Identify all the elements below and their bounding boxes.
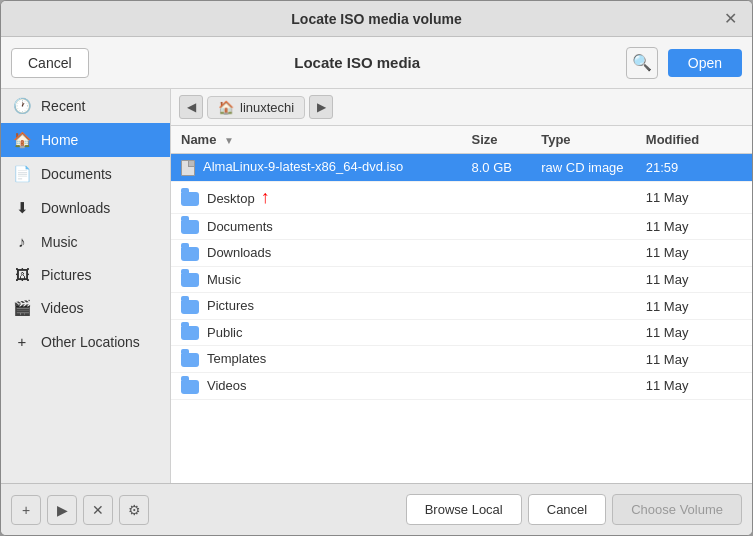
folder-img-icon: [181, 273, 199, 287]
file-modified-cell: 11 May: [636, 293, 752, 320]
file-size-cell: [462, 319, 532, 346]
file-modified-cell: 11 May: [636, 240, 752, 267]
file-type-cell: raw CD image: [531, 154, 636, 182]
titlebar: Locate ISO media volume ✕: [1, 1, 752, 37]
back-button[interactable]: ◀: [179, 95, 203, 119]
table-row[interactable]: AlmaLinux-9-latest-x86_64-dvd.iso8.0 GBr…: [171, 154, 752, 182]
folder-icon: [181, 219, 199, 234]
table-row[interactable]: Videos11 May: [171, 372, 752, 399]
videos-icon: 🎬: [13, 299, 31, 317]
file-name: Public: [207, 325, 242, 340]
location-folder-name: linuxtechi: [240, 100, 294, 115]
sidebar-item-music[interactable]: ♪ Music: [1, 225, 170, 258]
table-row[interactable]: Public11 May: [171, 319, 752, 346]
file-name-cell: Templates: [171, 346, 462, 373]
folder-img-icon: [181, 192, 199, 206]
downloads-icon: ⬇: [13, 199, 31, 217]
file-modified-cell: 21:59: [636, 154, 752, 182]
window-title: Locate ISO media volume: [291, 11, 461, 27]
table-header-row: Name ▼ Size Type Modified: [171, 126, 752, 154]
sidebar-item-home[interactable]: 🏠 Home: [1, 123, 170, 157]
open-button[interactable]: Open: [668, 49, 742, 77]
close-button[interactable]: ✕: [83, 495, 113, 525]
file-size-cell: [462, 346, 532, 373]
browse-local-button[interactable]: Browse Local: [406, 494, 522, 525]
file-name: Pictures: [207, 298, 254, 313]
file-modified-cell: 11 May: [636, 266, 752, 293]
file-size-cell: [462, 181, 532, 213]
cancel-button[interactable]: Cancel: [528, 494, 606, 525]
file-type-cell: [531, 293, 636, 320]
sidebar-item-pictures[interactable]: 🖼 Pictures: [1, 258, 170, 291]
other-locations-icon: +: [13, 333, 31, 350]
music-icon: ♪: [13, 233, 31, 250]
bottom-bar: + ▶ ✕ ⚙ Browse Local Cancel Choose Volum…: [1, 483, 752, 535]
file-modified-cell: 11 May: [636, 319, 752, 346]
column-header-size: Size: [462, 126, 532, 154]
toolbar-cancel-button[interactable]: Cancel: [11, 48, 89, 78]
current-location: 🏠 linuxtechi: [207, 96, 305, 119]
file-name-cell: Music: [171, 266, 462, 293]
folder-img-icon: [181, 247, 199, 261]
sidebar-item-videos[interactable]: 🎬 Videos: [1, 291, 170, 325]
folder-icon: [181, 272, 199, 287]
folder-img-icon: [181, 326, 199, 340]
file-name-cell: Documents: [171, 213, 462, 240]
table-row[interactable]: Pictures11 May: [171, 293, 752, 320]
main-content: 🕐 Recent 🏠 Home 📄 Documents ⬇ Downloads …: [1, 89, 752, 483]
folder-img-icon: [181, 353, 199, 367]
forward-button[interactable]: ▶: [309, 95, 333, 119]
sidebar-item-downloads[interactable]: ⬇ Downloads: [1, 191, 170, 225]
sidebar-item-recent[interactable]: 🕐 Recent: [1, 89, 170, 123]
table-row[interactable]: Documents11 May: [171, 213, 752, 240]
file-type-cell: [531, 266, 636, 293]
file-modified-cell: 11 May: [636, 181, 752, 213]
sort-arrow-icon: ▼: [224, 135, 234, 146]
file-pane: ◀ 🏠 linuxtechi ▶ Name ▼: [171, 89, 752, 483]
sidebar-item-documents-label: Documents: [41, 166, 112, 182]
bottom-left-controls: + ▶ ✕ ⚙: [11, 495, 149, 525]
file-name-cell: Pictures: [171, 293, 462, 320]
file-size-cell: [462, 213, 532, 240]
sidebar-item-documents[interactable]: 📄 Documents: [1, 157, 170, 191]
file-name: Videos: [207, 378, 247, 393]
file-size-cell: [462, 240, 532, 267]
sidebar-item-home-label: Home: [41, 132, 78, 148]
home-icon: 🏠: [13, 131, 31, 149]
toolbar: Cancel Locate ISO media 🔍 Open: [1, 37, 752, 89]
sidebar-item-downloads-label: Downloads: [41, 200, 110, 216]
folder-icon: [181, 325, 199, 340]
file-modified-cell: 11 May: [636, 213, 752, 240]
window: Locate ISO media volume ✕ Cancel Locate …: [0, 0, 753, 536]
column-header-modified: Modified: [636, 126, 752, 154]
file-name: AlmaLinux-9-latest-x86_64-dvd.iso: [203, 159, 403, 174]
folder-icon: [181, 378, 199, 393]
table-row[interactable]: Templates11 May: [171, 346, 752, 373]
window-close-button[interactable]: ✕: [720, 9, 740, 29]
sidebar-item-other-locations[interactable]: + Other Locations: [1, 325, 170, 358]
folder-img-icon: [181, 380, 199, 394]
sidebar-item-other-label: Other Locations: [41, 334, 140, 350]
search-button[interactable]: 🔍: [626, 47, 658, 79]
gear-button[interactable]: ⚙: [119, 495, 149, 525]
column-header-type: Type: [531, 126, 636, 154]
file-type-cell: [531, 346, 636, 373]
file-name: Desktop: [207, 191, 255, 206]
play-button[interactable]: ▶: [47, 495, 77, 525]
sidebar-item-recent-label: Recent: [41, 98, 85, 114]
iso-file-icon: [181, 159, 195, 174]
location-home-icon: 🏠: [218, 100, 234, 115]
sidebar-item-videos-label: Videos: [41, 300, 84, 316]
file-size-cell: 8.0 GB: [462, 154, 532, 182]
table-row[interactable]: Desktop↑11 May: [171, 181, 752, 213]
add-button[interactable]: +: [11, 495, 41, 525]
table-row[interactable]: Music11 May: [171, 266, 752, 293]
file-size-cell: [462, 293, 532, 320]
file-name-cell: AlmaLinux-9-latest-x86_64-dvd.iso: [171, 154, 462, 182]
recent-icon: 🕐: [13, 97, 31, 115]
choose-volume-button[interactable]: Choose Volume: [612, 494, 742, 525]
file-modified-cell: 11 May: [636, 346, 752, 373]
table-row[interactable]: Downloads11 May: [171, 240, 752, 267]
sidebar-item-music-label: Music: [41, 234, 78, 250]
sidebar-item-pictures-label: Pictures: [41, 267, 92, 283]
